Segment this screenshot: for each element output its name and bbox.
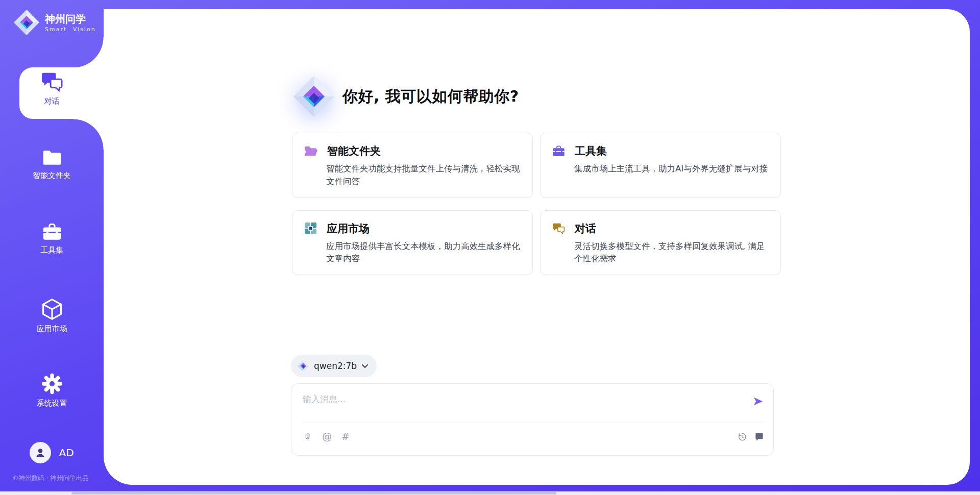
cube-icon bbox=[41, 298, 63, 320]
card-title: 工具集 bbox=[575, 144, 607, 158]
card-smart-folder[interactable]: 智能文件夹 智能文件夹功能支持批量文件上传与清洗，轻松实现文件问答 bbox=[292, 133, 533, 198]
model-name: qwen2:7b bbox=[314, 361, 357, 371]
card-title: 智能文件夹 bbox=[327, 144, 381, 158]
sidebar-item-app-market[interactable]: 应用市场 bbox=[0, 298, 104, 334]
brand-logo: 神州问学 Smart Vision bbox=[13, 9, 96, 36]
sidebar-item-smart-folder[interactable]: 智能文件夹 bbox=[0, 148, 104, 181]
card-description: 应用市场提供丰富长文本模板，助力高效生成多样化文章内容 bbox=[326, 240, 522, 266]
chat-icon bbox=[40, 71, 64, 93]
brand-subtitle: Smart Vision bbox=[45, 26, 96, 33]
grid-icon bbox=[304, 221, 317, 235]
assistant-diamond-icon bbox=[292, 75, 335, 118]
brand-diamond-icon bbox=[13, 9, 40, 36]
card-chat[interactable]: 对话 灵活切换多模型文件，支持多样回复效果调试, 满足个性化需求 bbox=[540, 210, 781, 276]
user-account[interactable]: AD bbox=[0, 442, 104, 463]
message-composer: @ # bbox=[291, 383, 774, 456]
sidebar-item-label: 系统设置 bbox=[37, 399, 67, 408]
sidebar-item-label: 智能文件夹 bbox=[33, 171, 71, 181]
chat-icon bbox=[552, 222, 566, 235]
sidebar-item-label: 对话 bbox=[44, 96, 60, 106]
card-toolset[interactable]: 工具集 集成市场上主流工具，助力AI与外界无缝扩展与对接 bbox=[540, 133, 781, 198]
scrollbar-thumb[interactable] bbox=[71, 492, 556, 494]
mention-button[interactable]: @ bbox=[322, 432, 332, 441]
card-title: 应用市场 bbox=[327, 221, 370, 236]
brand-name: 神州问学 bbox=[45, 13, 96, 25]
person-icon bbox=[34, 447, 46, 459]
copyright-note: ©神州数码 · 神州问学出品 bbox=[12, 474, 88, 483]
diamond-logo-icon bbox=[297, 360, 309, 372]
model-selector[interactable]: qwen2:7b bbox=[291, 355, 377, 377]
card-app-market[interactable]: 应用市场 应用市场提供丰富长文本模板，助力高效生成多样化文章内容 bbox=[292, 210, 533, 276]
history-icon bbox=[737, 432, 747, 442]
send-icon bbox=[752, 395, 764, 407]
history-button[interactable] bbox=[737, 432, 747, 442]
card-description: 灵活切换多模型文件，支持多样回复效果调试, 满足个性化需求 bbox=[574, 240, 770, 266]
card-description: 智能文件夹功能支持批量文件上传与清洗，轻松实现文件问答 bbox=[326, 163, 522, 188]
hash-icon: # bbox=[341, 432, 350, 441]
conversation-button[interactable] bbox=[754, 432, 764, 441]
sidebar-item-settings[interactable]: 系统设置 bbox=[0, 373, 104, 408]
paperclip-icon bbox=[303, 432, 312, 441]
sidebar-item-chat[interactable]: 对话 bbox=[0, 71, 104, 106]
sidebar: 神州问学 Smart Vision 对话 智能文件夹 工具集 应用市场 系统设置 bbox=[0, 0, 104, 495]
sidebar-item-label: 应用市场 bbox=[37, 324, 67, 334]
card-title: 对话 bbox=[575, 221, 596, 236]
message-input[interactable] bbox=[303, 394, 752, 404]
folder-open-icon bbox=[304, 145, 318, 157]
bottom-scrollbar-track bbox=[0, 491, 980, 495]
avatar bbox=[30, 442, 51, 463]
toolbox-icon bbox=[41, 222, 63, 242]
user-initials: AD bbox=[59, 447, 74, 459]
greeting-title: 你好, 我可以如何帮助你? bbox=[342, 86, 519, 107]
feature-cards: 智能文件夹 智能文件夹功能支持批量文件上传与清洗，轻松实现文件问答 工具集 集成… bbox=[292, 133, 781, 275]
folder-icon bbox=[41, 148, 63, 167]
card-description: 集成市场上主流工具，助力AI与外界无缝扩展与对接 bbox=[574, 163, 770, 176]
chevron-down-icon bbox=[361, 364, 369, 368]
at-icon: @ bbox=[322, 432, 332, 441]
hashtag-button[interactable]: # bbox=[341, 432, 350, 441]
bubble-icon bbox=[754, 432, 764, 441]
toolbox-icon bbox=[552, 145, 566, 158]
gear-icon bbox=[41, 373, 63, 395]
sidebar-item-toolset[interactable]: 工具集 bbox=[0, 222, 104, 255]
sidebar-item-label: 工具集 bbox=[40, 245, 63, 255]
greeting-block: 你好, 我可以如何帮助你? bbox=[292, 73, 519, 120]
attach-button[interactable] bbox=[303, 432, 312, 441]
send-button[interactable] bbox=[752, 395, 764, 407]
